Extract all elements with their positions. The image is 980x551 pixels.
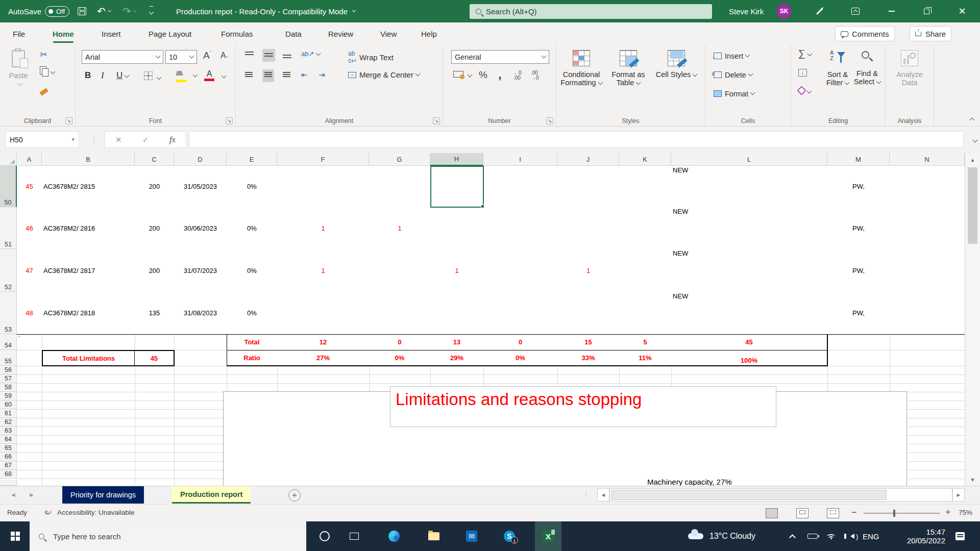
cell-D51[interactable]: 30/06/2023	[174, 207, 227, 249]
cell-E53[interactable]: 0%	[227, 292, 278, 335]
insert-cells-button[interactable]: ← Insert	[714, 49, 749, 63]
merge-center-button[interactable]: ↔ Merge & Center	[348, 70, 420, 79]
align-center-button[interactable]	[262, 69, 274, 82]
row-header-60[interactable]: 60	[0, 400, 17, 409]
sheet-nav-left-icon[interactable]: ◄	[10, 491, 16, 498]
search-box[interactable]: Search (Alt+Q)	[470, 4, 712, 19]
tab-view[interactable]: View	[379, 22, 398, 45]
cell-F50[interactable]	[277, 166, 370, 208]
sheet-nav-right-icon[interactable]: ►	[29, 491, 35, 498]
cell-K52[interactable]	[619, 249, 672, 292]
align-top-button[interactable]	[245, 51, 254, 60]
align-middle-button[interactable]	[262, 49, 275, 62]
cell-B51[interactable]: AC3678M2/ 2816	[42, 207, 135, 249]
column-header-L[interactable]: L	[671, 153, 827, 166]
cell-K55[interactable]: 11%	[619, 350, 672, 366]
cell-H54[interactable]: 13	[430, 334, 484, 350]
cell-J53[interactable]	[557, 292, 620, 335]
align-bottom-button[interactable]	[283, 51, 291, 60]
name-box[interactable]: H50 ▾	[5, 131, 79, 148]
horizontal-scrollbar-thumb[interactable]	[611, 490, 887, 500]
cell-styles-button[interactable]: Cell Styles	[655, 47, 697, 113]
row-header-56[interactable]: 56	[0, 366, 17, 374]
share-button[interactable]: Share	[910, 26, 951, 41]
normal-view-button[interactable]	[766, 508, 778, 518]
row-header-61[interactable]: 61	[0, 409, 17, 418]
undo-button[interactable]: ↶	[97, 0, 111, 22]
row-header-66[interactable]: 66	[0, 453, 17, 461]
cell-F53[interactable]	[277, 292, 370, 335]
cell-L52[interactable]: NEW	[671, 249, 828, 292]
cell-E50[interactable]: 0%	[227, 166, 278, 208]
volume-icon[interactable]: )	[844, 521, 858, 551]
decrease-indent-button[interactable]: ⇤	[301, 70, 308, 80]
zoom-level[interactable]: 75%	[959, 509, 972, 516]
horizontal-scrollbar[interactable]	[609, 488, 952, 502]
cell-A53[interactable]: 48	[17, 292, 42, 335]
cell-G55[interactable]: 0%	[369, 350, 431, 366]
task-view-icon[interactable]	[341, 521, 368, 551]
accounting-format-button[interactable]	[453, 70, 472, 79]
zoom-slider-handle[interactable]	[893, 510, 895, 517]
cell-F51[interactable]: 1	[277, 207, 370, 249]
cell-E51[interactable]: 0%	[227, 207, 278, 249]
format-as-table-button[interactable]: Format as Table	[607, 47, 649, 113]
tab-home[interactable]: Home	[51, 22, 76, 45]
cell-E55[interactable]: Ratio	[227, 350, 278, 366]
edge-icon[interactable]	[381, 521, 407, 551]
cell-G52[interactable]	[369, 249, 431, 292]
cell-N52[interactable]	[890, 249, 965, 292]
cell-F52[interactable]: 1	[277, 249, 370, 292]
cell-A51[interactable]: 46	[17, 207, 42, 249]
cell-I55[interactable]: 0%	[483, 350, 558, 366]
cell-I54[interactable]: 0	[483, 334, 558, 350]
redo-button[interactable]: ↷	[122, 0, 136, 22]
fill-button[interactable]: ↓	[798, 67, 807, 77]
weather-widget[interactable]: 13°C Cloudy	[688, 521, 755, 551]
autosave-toggle[interactable]: AutoSave Off	[8, 0, 69, 22]
row-header-51[interactable]: 51	[0, 207, 17, 249]
increase-indent-button[interactable]: ⇥	[318, 70, 325, 80]
save-button[interactable]	[78, 0, 86, 22]
zoom-in-button[interactable]: +	[945, 507, 951, 518]
wifi-icon[interactable]	[827, 521, 835, 551]
row-header-65[interactable]: 65	[0, 444, 17, 453]
column-header-N[interactable]: N	[890, 153, 965, 166]
outlook-icon[interactable]: ✉	[458, 521, 485, 551]
cell-I53[interactable]	[483, 292, 558, 335]
cell-B50[interactable]: AC3678M2/ 2815	[42, 166, 135, 208]
cell-L54[interactable]: 45	[671, 334, 828, 350]
cell-M50[interactable]: PW,	[827, 166, 890, 208]
zoom-slider[interactable]	[864, 513, 940, 514]
chart-title-box[interactable]: Limitations and reasons stopping	[390, 386, 776, 427]
comma-style-button[interactable]: ,	[498, 67, 502, 82]
row-header-52[interactable]: 52	[0, 249, 17, 292]
fill-color-dropdown[interactable]	[193, 72, 198, 78]
cell-F54[interactable]: 12	[277, 334, 370, 350]
cell-D50[interactable]: 31/05/2023	[174, 166, 227, 208]
cell-J51[interactable]	[557, 207, 620, 249]
format-cells-button[interactable]: Format	[714, 87, 754, 101]
find-select-button[interactable]: Find & Select	[852, 47, 882, 113]
battery-icon[interactable]	[807, 521, 818, 551]
name-box-resizer[interactable]: ⋮	[90, 135, 99, 144]
cell-K54[interactable]: 5	[619, 334, 672, 350]
row-header-57[interactable]: 57	[0, 374, 17, 383]
taskbar-search-box[interactable]: Type here to search	[30, 521, 306, 551]
autosum-button[interactable]: ∑	[798, 48, 812, 59]
column-header-D[interactable]: D	[174, 153, 227, 166]
orientation-button[interactable]: ab↗	[301, 50, 320, 58]
expand-formula-bar-button[interactable]	[973, 136, 977, 145]
column-header-G[interactable]: G	[369, 153, 430, 166]
cell-J50[interactable]	[557, 166, 620, 208]
copy-button[interactable]	[40, 66, 55, 76]
user-name[interactable]: Steve Kirk	[729, 0, 764, 22]
cell-H53[interactable]	[430, 292, 484, 335]
scroll-down-icon[interactable]: ▼	[965, 477, 980, 483]
cell-A52[interactable]: 47	[17, 249, 42, 292]
tab-help[interactable]: Help	[420, 22, 438, 45]
cell-J55[interactable]: 33%	[557, 350, 620, 366]
cell-C53[interactable]: 135	[135, 292, 175, 335]
decrease-decimal-button[interactable]: .00→0	[531, 70, 539, 81]
cell-G50[interactable]	[369, 166, 431, 208]
